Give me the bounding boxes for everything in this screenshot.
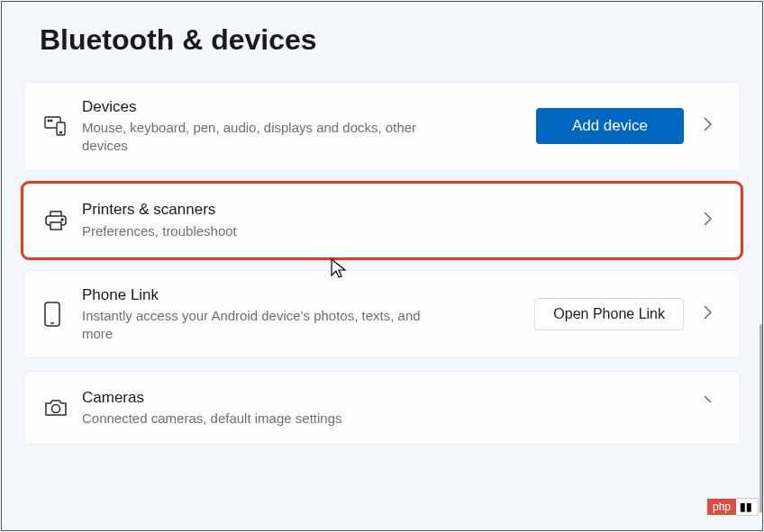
printers-scanners-row[interactable]: Printers & scanners Preferences, trouble… xyxy=(23,184,741,257)
phone-icon xyxy=(44,302,82,327)
phone-title: Phone Link xyxy=(82,285,520,305)
settings-panel: Bluetooth & devices Devices Mouse, keybo… xyxy=(1,1,763,531)
cameras-row[interactable]: Cameras Connected cameras, default image… xyxy=(23,371,741,445)
camera-icon xyxy=(44,398,82,418)
devices-title: Devices xyxy=(82,97,522,117)
devices-subtitle: Mouse, keyboard, pen, audio, displays an… xyxy=(82,119,442,156)
open-phone-link-button[interactable]: Open Phone Link xyxy=(534,298,684,330)
chevron-right-icon xyxy=(704,212,720,230)
svg-point-2 xyxy=(50,120,52,122)
scrollbar[interactable] xyxy=(759,324,762,513)
printers-subtitle: Preferences, troubleshoot xyxy=(82,222,442,240)
watermark: php ▮▮ xyxy=(707,498,759,516)
svg-rect-6 xyxy=(50,222,61,230)
svg-point-10 xyxy=(52,405,60,413)
phone-link-row[interactable]: Phone Link Instantly access your Android… xyxy=(23,270,741,359)
chevron-right-icon xyxy=(704,305,720,323)
watermark-left: php xyxy=(707,499,736,515)
devices-body: Devices Mouse, keyboard, pen, audio, dis… xyxy=(82,97,536,156)
chevron-right-icon xyxy=(704,117,720,135)
phone-subtitle: Instantly access your Android device's p… xyxy=(82,307,442,344)
printer-icon xyxy=(44,210,82,231)
svg-point-7 xyxy=(61,219,63,221)
devices-row[interactable]: Devices Mouse, keyboard, pen, audio, dis… xyxy=(23,82,741,171)
cameras-subtitle: Connected cameras, default image setting… xyxy=(82,410,442,428)
watermark-right: ▮▮ xyxy=(736,498,759,516)
svg-point-4 xyxy=(60,131,62,133)
cameras-body: Cameras Connected cameras, default image… xyxy=(82,388,704,428)
printers-body: Printers & scanners Preferences, trouble… xyxy=(82,200,704,239)
page-title: Bluetooth & devices xyxy=(23,2,741,82)
cameras-title: Cameras xyxy=(82,388,689,408)
svg-rect-8 xyxy=(45,302,59,326)
chevron-right-icon xyxy=(704,392,720,408)
printers-title: Printers & scanners xyxy=(82,200,689,220)
svg-point-1 xyxy=(48,120,50,122)
add-device-button[interactable]: Add device xyxy=(536,108,684,144)
devices-icon xyxy=(44,116,82,136)
phone-body: Phone Link Instantly access your Android… xyxy=(82,285,534,344)
